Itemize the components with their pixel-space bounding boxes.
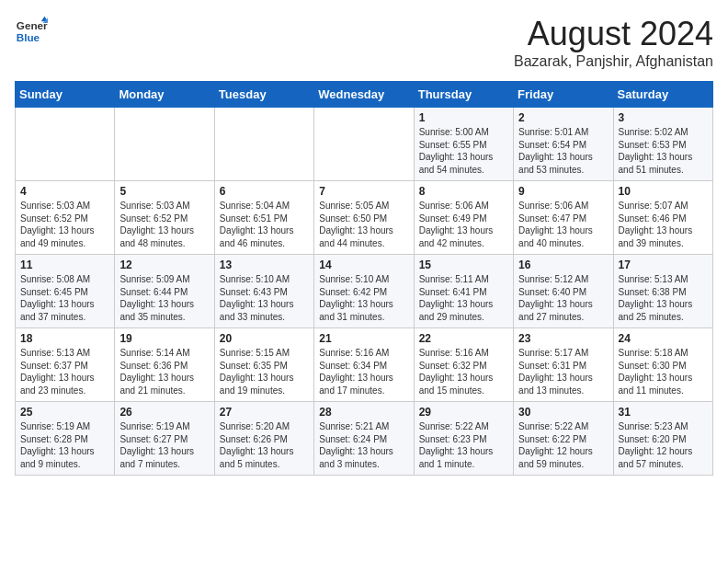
day-number: 30 bbox=[518, 406, 608, 419]
day-info: Sunrise: 5:10 AM Sunset: 6:43 PM Dayligh… bbox=[220, 273, 309, 323]
calendar-cell: 30Sunrise: 5:22 AM Sunset: 6:22 PM Dayli… bbox=[514, 402, 613, 476]
calendar-cell: 4Sunrise: 5:03 AM Sunset: 6:52 PM Daylig… bbox=[16, 181, 115, 255]
day-info: Sunrise: 5:14 AM Sunset: 6:36 PM Dayligh… bbox=[119, 347, 209, 396]
day-number: 16 bbox=[518, 259, 608, 271]
day-number: 12 bbox=[119, 259, 209, 271]
calendar-cell: 22Sunrise: 5:16 AM Sunset: 6:32 PM Dayli… bbox=[414, 328, 513, 402]
calendar-cell bbox=[314, 108, 414, 181]
calendar-cell: 6Sunrise: 5:04 AM Sunset: 6:51 PM Daylig… bbox=[214, 181, 313, 255]
calendar-cell: 5Sunrise: 5:03 AM Sunset: 6:52 PM Daylig… bbox=[115, 181, 214, 255]
calendar-cell: 23Sunrise: 5:17 AM Sunset: 6:31 PM Dayli… bbox=[514, 328, 613, 402]
calendar-cell: 27Sunrise: 5:20 AM Sunset: 6:26 PM Dayli… bbox=[214, 402, 313, 476]
day-number: 15 bbox=[419, 259, 508, 271]
header-cell-monday: Monday bbox=[115, 82, 214, 108]
day-number: 28 bbox=[319, 406, 408, 419]
calendar-cell: 2Sunrise: 5:01 AM Sunset: 6:54 PM Daylig… bbox=[514, 108, 613, 181]
day-number: 14 bbox=[319, 259, 408, 271]
location-subtitle: Bazarak, Panjshir, Afghanistan bbox=[514, 53, 713, 70]
calendar-cell: 12Sunrise: 5:09 AM Sunset: 6:44 PM Dayli… bbox=[115, 255, 214, 328]
week-row-3: 11Sunrise: 5:08 AM Sunset: 6:45 PM Dayli… bbox=[16, 255, 713, 328]
day-info: Sunrise: 5:07 AM Sunset: 6:46 PM Dayligh… bbox=[619, 200, 708, 249]
day-number: 10 bbox=[619, 185, 708, 198]
day-info: Sunrise: 5:17 AM Sunset: 6:31 PM Dayligh… bbox=[518, 347, 608, 396]
header-cell-friday: Friday bbox=[514, 82, 613, 108]
calendar-cell: 19Sunrise: 5:14 AM Sunset: 6:36 PM Dayli… bbox=[115, 328, 214, 402]
day-info: Sunrise: 5:03 AM Sunset: 6:52 PM Dayligh… bbox=[20, 200, 109, 249]
day-number: 24 bbox=[619, 332, 708, 345]
day-info: Sunrise: 5:16 AM Sunset: 6:34 PM Dayligh… bbox=[319, 347, 408, 396]
day-info: Sunrise: 5:09 AM Sunset: 6:44 PM Dayligh… bbox=[119, 273, 209, 323]
day-info: Sunrise: 5:18 AM Sunset: 6:30 PM Dayligh… bbox=[619, 347, 708, 396]
day-info: Sunrise: 5:15 AM Sunset: 6:35 PM Dayligh… bbox=[220, 347, 309, 396]
day-info: Sunrise: 5:05 AM Sunset: 6:50 PM Dayligh… bbox=[319, 200, 408, 249]
day-number: 17 bbox=[619, 259, 708, 271]
day-number: 4 bbox=[20, 185, 109, 198]
calendar-cell: 10Sunrise: 5:07 AM Sunset: 6:46 PM Dayli… bbox=[613, 181, 712, 255]
calendar-cell: 20Sunrise: 5:15 AM Sunset: 6:35 PM Dayli… bbox=[214, 328, 313, 402]
calendar-cell: 15Sunrise: 5:11 AM Sunset: 6:41 PM Dayli… bbox=[414, 255, 513, 328]
week-row-4: 18Sunrise: 5:13 AM Sunset: 6:37 PM Dayli… bbox=[16, 328, 713, 402]
day-info: Sunrise: 5:10 AM Sunset: 6:42 PM Dayligh… bbox=[319, 273, 408, 323]
calendar-cell: 1Sunrise: 5:00 AM Sunset: 6:55 PM Daylig… bbox=[414, 108, 513, 181]
page-header: General Blue August 2024 Bazarak, Panjsh… bbox=[15, 15, 713, 70]
day-info: Sunrise: 5:01 AM Sunset: 6:54 PM Dayligh… bbox=[518, 126, 608, 176]
calendar-cell: 9Sunrise: 5:06 AM Sunset: 6:47 PM Daylig… bbox=[514, 181, 613, 255]
header-cell-sunday: Sunday bbox=[16, 82, 115, 108]
calendar-cell: 7Sunrise: 5:05 AM Sunset: 6:50 PM Daylig… bbox=[314, 181, 414, 255]
day-info: Sunrise: 5:03 AM Sunset: 6:52 PM Dayligh… bbox=[119, 200, 209, 249]
day-info: Sunrise: 5:06 AM Sunset: 6:49 PM Dayligh… bbox=[419, 200, 508, 249]
day-info: Sunrise: 5:00 AM Sunset: 6:55 PM Dayligh… bbox=[419, 126, 508, 176]
day-number: 31 bbox=[619, 406, 708, 419]
day-info: Sunrise: 5:22 AM Sunset: 6:23 PM Dayligh… bbox=[419, 420, 508, 470]
day-number: 9 bbox=[518, 185, 608, 198]
calendar-cell: 11Sunrise: 5:08 AM Sunset: 6:45 PM Dayli… bbox=[16, 255, 115, 328]
header-cell-wednesday: Wednesday bbox=[314, 82, 414, 108]
day-number: 11 bbox=[20, 259, 109, 271]
day-number: 5 bbox=[119, 185, 209, 198]
header-row: SundayMondayTuesdayWednesdayThursdayFrid… bbox=[16, 82, 713, 108]
day-number: 22 bbox=[419, 332, 508, 345]
calendar-cell: 13Sunrise: 5:10 AM Sunset: 6:43 PM Dayli… bbox=[214, 255, 313, 328]
calendar-cell: 16Sunrise: 5:12 AM Sunset: 6:40 PM Dayli… bbox=[514, 255, 613, 328]
day-number: 13 bbox=[220, 259, 309, 271]
header-cell-saturday: Saturday bbox=[613, 82, 712, 108]
calendar-cell bbox=[214, 108, 313, 181]
day-number: 20 bbox=[220, 332, 309, 345]
calendar-cell: 8Sunrise: 5:06 AM Sunset: 6:49 PM Daylig… bbox=[414, 181, 513, 255]
day-info: Sunrise: 5:20 AM Sunset: 6:26 PM Dayligh… bbox=[220, 420, 309, 470]
day-info: Sunrise: 5:08 AM Sunset: 6:45 PM Dayligh… bbox=[20, 273, 109, 323]
month-year-title: August 2024 bbox=[514, 15, 713, 53]
calendar-cell: 21Sunrise: 5:16 AM Sunset: 6:34 PM Dayli… bbox=[314, 328, 414, 402]
day-number: 3 bbox=[619, 111, 708, 124]
day-info: Sunrise: 5:06 AM Sunset: 6:47 PM Dayligh… bbox=[518, 200, 608, 249]
day-info: Sunrise: 5:16 AM Sunset: 6:32 PM Dayligh… bbox=[419, 347, 508, 396]
svg-text:Blue: Blue bbox=[17, 31, 40, 43]
calendar-cell: 18Sunrise: 5:13 AM Sunset: 6:37 PM Dayli… bbox=[16, 328, 115, 402]
calendar-cell: 31Sunrise: 5:23 AM Sunset: 6:20 PM Dayli… bbox=[613, 402, 712, 476]
day-number: 26 bbox=[119, 406, 209, 419]
day-number: 6 bbox=[220, 185, 309, 198]
calendar-cell: 29Sunrise: 5:22 AM Sunset: 6:23 PM Dayli… bbox=[414, 402, 513, 476]
header-cell-tuesday: Tuesday bbox=[214, 82, 313, 108]
logo-icon: General Blue bbox=[15, 15, 48, 48]
day-number: 23 bbox=[518, 332, 608, 345]
calendar-cell: 28Sunrise: 5:21 AM Sunset: 6:24 PM Dayli… bbox=[314, 402, 414, 476]
day-number: 1 bbox=[419, 111, 508, 124]
day-info: Sunrise: 5:12 AM Sunset: 6:40 PM Dayligh… bbox=[518, 273, 608, 323]
day-number: 18 bbox=[20, 332, 109, 345]
calendar-cell: 3Sunrise: 5:02 AM Sunset: 6:53 PM Daylig… bbox=[613, 108, 712, 181]
calendar-cell: 17Sunrise: 5:13 AM Sunset: 6:38 PM Dayli… bbox=[613, 255, 712, 328]
day-number: 8 bbox=[419, 185, 508, 198]
day-info: Sunrise: 5:19 AM Sunset: 6:27 PM Dayligh… bbox=[119, 420, 209, 470]
calendar-cell bbox=[115, 108, 214, 181]
day-info: Sunrise: 5:21 AM Sunset: 6:24 PM Dayligh… bbox=[319, 420, 408, 470]
day-info: Sunrise: 5:04 AM Sunset: 6:51 PM Dayligh… bbox=[220, 200, 309, 249]
day-number: 2 bbox=[518, 111, 608, 124]
day-number: 21 bbox=[319, 332, 408, 345]
day-info: Sunrise: 5:02 AM Sunset: 6:53 PM Dayligh… bbox=[619, 126, 708, 176]
day-number: 19 bbox=[119, 332, 209, 345]
day-info: Sunrise: 5:19 AM Sunset: 6:28 PM Dayligh… bbox=[20, 420, 109, 470]
calendar-cell: 24Sunrise: 5:18 AM Sunset: 6:30 PM Dayli… bbox=[613, 328, 712, 402]
day-info: Sunrise: 5:22 AM Sunset: 6:22 PM Dayligh… bbox=[518, 420, 608, 470]
calendar-cell: 14Sunrise: 5:10 AM Sunset: 6:42 PM Dayli… bbox=[314, 255, 414, 328]
